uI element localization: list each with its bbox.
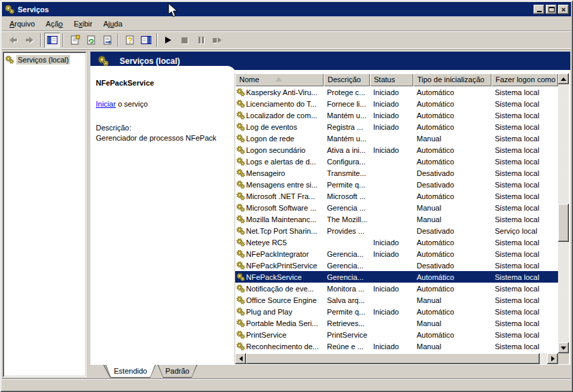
cell-description: Gerencia ... <box>324 204 370 212</box>
cell-name: NFePackService <box>235 272 324 282</box>
cell-name: Neteye RC5 <box>235 238 324 247</box>
service-gears-icon <box>236 342 245 351</box>
horizontal-scroll-thumb[interactable] <box>246 353 540 364</box>
restart-service-button[interactable] <box>209 33 225 48</box>
menu-item[interactable]: Arquivo <box>4 18 40 30</box>
table-row[interactable]: Plug and Play Permite q... Iniciado Auto… <box>235 306 558 317</box>
play-icon <box>165 37 171 43</box>
cell-logon-as: Sistema local <box>491 204 558 212</box>
table-row[interactable]: NFePackIntegrator Gerencia... Iniciado A… <box>235 248 558 260</box>
service-gears-icon <box>236 99 245 109</box>
table-row[interactable]: Mensagens entre si... Permite q... Desat… <box>235 179 558 190</box>
stop-service-button[interactable] <box>177 33 192 48</box>
cell-startup-type: Automático <box>413 250 491 258</box>
description-bar-icon <box>141 35 152 46</box>
cell-description: Fornece li... <box>324 100 370 108</box>
list-header: Nome Descrição Status Tipo de inicializa… <box>235 73 558 86</box>
cell-name: PrintService <box>235 330 324 340</box>
table-row[interactable]: Portable Media Seri... Retrieves... Manu… <box>235 317 558 329</box>
vertical-scrollbar[interactable] <box>558 73 569 353</box>
scroll-right-button[interactable] <box>547 353 558 364</box>
forward-button[interactable] <box>22 33 37 48</box>
service-gears-icon <box>236 272 245 282</box>
cell-description: The Mozill... <box>324 215 370 224</box>
export-list-button[interactable] <box>99 33 115 48</box>
toolbar-separator <box>156 33 158 47</box>
cell-logon-as: Sistema local <box>491 331 558 339</box>
menu-item[interactable]: Ajuda <box>98 18 128 30</box>
cell-logon-as: Sistema local <box>491 308 558 316</box>
table-row[interactable]: Kaspersky Anti-Viru... Protege c... Inic… <box>235 86 558 98</box>
column-header-status[interactable]: Status <box>370 73 413 86</box>
cell-startup-type: Desativado <box>413 181 491 189</box>
cell-logon-as: Sistema local <box>491 296 558 304</box>
toolbar: ? <box>2 31 571 50</box>
service-gears-icon <box>236 180 245 190</box>
column-header-nome[interactable]: Nome <box>235 73 324 86</box>
view-tabs: Estendido Padrão <box>90 365 570 378</box>
table-row[interactable]: Licenciamento do T... Fornece li... Inic… <box>235 98 558 109</box>
pause-service-button[interactable] <box>193 33 209 48</box>
table-row[interactable]: Notificação de eve... Monitora ... Inici… <box>235 283 558 294</box>
scroll-down-button[interactable] <box>558 342 569 353</box>
properties-button[interactable] <box>67 33 82 48</box>
cell-status: Iniciado <box>370 250 413 258</box>
table-row[interactable]: Logs e alertas de d... Configura... Auto… <box>235 156 558 167</box>
start-service-link[interactable]: Iniciar <box>96 100 116 108</box>
cell-name: Logon de rede <box>235 134 324 143</box>
minimize-button[interactable] <box>534 5 544 14</box>
arrow-up-icon <box>561 77 566 81</box>
cell-description: Permite q... <box>324 181 370 189</box>
show-hide-description-button[interactable] <box>138 33 154 48</box>
cell-description: PrintService <box>324 331 370 339</box>
start-service-button[interactable] <box>160 33 176 48</box>
cell-name: NFePackPrintService <box>235 261 324 270</box>
cell-startup-type: Automático <box>413 331 491 339</box>
table-row[interactable]: Log de eventos Registra ... Iniciado Aut… <box>235 121 558 132</box>
help-button[interactable]: ? <box>122 33 137 48</box>
menu-item[interactable]: Exibir <box>68 18 98 30</box>
table-row[interactable]: Logon de rede Mantém u... Manual Sistema… <box>235 132 558 144</box>
back-button[interactable] <box>5 33 21 48</box>
column-header-tipo[interactable]: Tipo de inicialização <box>413 73 491 86</box>
table-row[interactable]: Microsoft Software ... Gerencia ... Manu… <box>235 202 558 213</box>
tab-estendido[interactable]: Estendido <box>105 365 156 378</box>
table-row[interactable]: Mozilla Maintenanc... The Mozill... Manu… <box>235 213 558 225</box>
table-row[interactable]: NFePackPrintService Gerencia... Desativa… <box>235 260 558 271</box>
service-action-line: Iniciar o serviço <box>96 100 147 108</box>
table-row[interactable]: Mensageiro Transmite... Desativado Siste… <box>235 167 558 179</box>
refresh-button[interactable] <box>83 33 99 48</box>
cell-startup-type: Automático <box>413 192 491 200</box>
table-row[interactable]: Neteye RC5 Iniciado Automático Sistema l… <box>235 236 558 248</box>
arrow-down-icon <box>561 346 566 350</box>
table-row[interactable]: Microsoft .NET Fra... Microsoft ... Auto… <box>235 190 558 202</box>
table-row[interactable]: Net.Tcp Port Sharin... Provides ... Desa… <box>235 225 558 236</box>
banner-title: Serviços (local) <box>120 56 180 66</box>
cell-logon-as: Sistema local <box>491 285 558 293</box>
close-button[interactable]: × <box>558 5 569 14</box>
show-hide-tree-button[interactable] <box>44 33 60 48</box>
table-row[interactable]: Office Source Engine Salva arq... Manual… <box>235 294 558 306</box>
table-row[interactable]: PrintService PrintService Automático Sis… <box>235 329 558 340</box>
tree-item-services-local[interactable]: Serviços (local) <box>5 55 84 65</box>
cell-logon-as: Sistema local <box>491 88 558 96</box>
table-row[interactable]: Logon secundário Ativa a ini... Iniciado… <box>235 144 558 156</box>
menu-item[interactable]: Ação <box>40 18 68 30</box>
cell-description: Ativa a ini... <box>324 146 370 154</box>
scroll-up-button[interactable] <box>558 73 569 84</box>
vertical-scroll-thumb[interactable] <box>558 204 569 242</box>
column-header-logon[interactable]: Fazer logon como <box>491 73 558 86</box>
services-gears-icon <box>4 4 15 15</box>
table-row[interactable]: NFePackService Gerencia... Automático Si… <box>235 271 558 283</box>
tab-padrao[interactable]: Padrão <box>158 365 197 378</box>
description-text: Gerenciador de processos NFePack <box>96 134 216 142</box>
cell-description: Microsoft ... <box>324 192 370 200</box>
cell-description: Transmite... <box>324 169 370 177</box>
table-row[interactable]: Localizador de com... Mantém u... Inicia… <box>235 109 558 121</box>
scroll-left-button[interactable] <box>235 353 246 364</box>
service-gears-icon <box>236 296 245 305</box>
maximize-button[interactable] <box>546 5 557 14</box>
horizontal-scrollbar[interactable] <box>235 353 558 364</box>
column-header-descricao[interactable]: Descrição <box>324 73 370 86</box>
table-row[interactable]: Reconhecimento de... Reúne e ... Iniciad… <box>235 340 558 352</box>
